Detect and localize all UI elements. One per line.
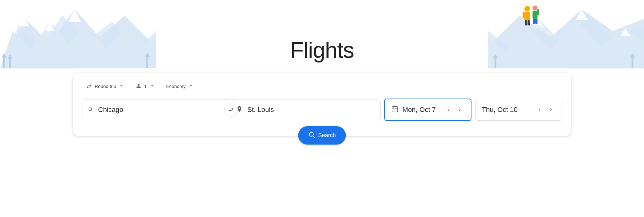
origin-input-wrapper [82,99,231,120]
origin-input[interactable] [82,99,231,120]
svg-rect-26 [525,20,527,26]
inputs-row: Mon, Oct 7 Thu, Oct 10 [82,99,562,121]
search-icon [308,131,315,140]
svg-point-33 [518,25,543,29]
passengers-chevron [149,83,155,90]
svg-point-34 [89,108,92,110]
people-illustration [516,3,544,31]
search-card: Round trip 1 Economy [73,73,571,136]
depart-date-field[interactable]: Mon, Oct 7 [384,99,471,121]
search-label: Search [318,132,336,139]
depart-date-nav [443,105,465,115]
svg-rect-30 [537,9,539,15]
svg-marker-17 [621,28,630,36]
svg-rect-31 [533,19,535,24]
search-button-wrapper: Search [298,126,346,145]
return-date-prev-button[interactable] [535,105,545,115]
depart-date-next-button[interactable] [455,105,465,115]
svg-marker-15 [575,9,588,20]
svg-rect-29 [533,11,537,19]
person-icon [135,83,142,90]
passengers-count: 1 [144,84,147,89]
svg-point-22 [524,6,530,12]
return-date-nav [535,105,556,115]
svg-line-40 [313,136,315,137]
return-date-next-button[interactable] [546,105,556,115]
depart-date-text: Mon, Oct 7 [402,106,440,114]
search-button[interactable]: Search [298,126,346,145]
trip-type-button[interactable]: Round trip [82,81,129,92]
svg-rect-23 [524,12,530,21]
trip-type-chevron [119,83,124,90]
round-trip-icon [86,83,92,90]
cabin-chevron [188,83,194,90]
passengers-button[interactable]: 1 [131,80,159,92]
svg-rect-25 [527,12,529,18]
location-section [82,99,381,120]
svg-rect-24 [523,12,525,18]
svg-rect-32 [535,19,537,24]
calendar-icon [391,105,399,114]
svg-marker-4 [69,9,81,22]
destination-input[interactable] [231,99,380,120]
svg-rect-27 [528,20,530,26]
svg-rect-35 [392,107,398,112]
cabin-class-button[interactable]: Economy [162,81,198,92]
return-date-field[interactable]: Thu, Oct 10 [475,99,562,121]
swap-locations-button[interactable] [224,103,238,117]
svg-marker-5 [20,19,30,26]
origin-icon [87,106,94,114]
destination-input-wrapper [231,99,380,120]
return-date-text: Thu, Oct 10 [482,106,531,114]
trip-options-row: Round trip 1 Economy [82,80,562,92]
svg-marker-3 [45,22,54,31]
trip-type-label: Round trip [95,84,116,89]
svg-point-28 [533,6,537,11]
svg-marker-16 [533,19,544,28]
cabin-class-label: Economy [166,84,186,89]
page-title: Flights [0,37,644,63]
depart-date-prev-button[interactable] [443,105,453,115]
